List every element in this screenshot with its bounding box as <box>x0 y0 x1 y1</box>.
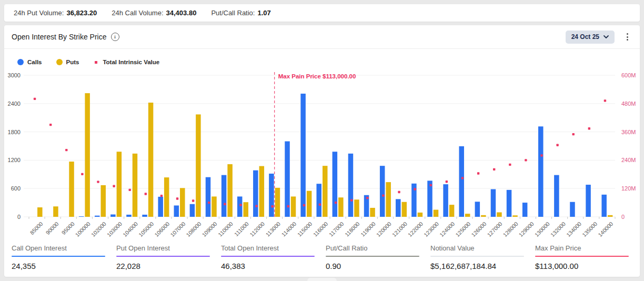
put-bar[interactable] <box>100 185 106 217</box>
call-bar[interactable] <box>570 202 575 217</box>
put-bar[interactable] <box>434 210 439 217</box>
legend-item-puts[interactable]: Puts <box>56 59 79 65</box>
intrinsic-value-dot[interactable] <box>477 172 479 174</box>
intrinsic-value-dot[interactable] <box>239 204 242 206</box>
call-bar[interactable] <box>586 185 591 217</box>
intrinsic-value-dot[interactable] <box>287 205 289 207</box>
intrinsic-value-dot[interactable] <box>540 154 542 156</box>
put-bar[interactable] <box>133 154 138 217</box>
call-bar[interactable] <box>396 199 401 217</box>
put-bar[interactable] <box>338 197 344 217</box>
put-bar[interactable] <box>418 213 423 217</box>
put-bar[interactable] <box>291 196 296 217</box>
call-bar[interactable] <box>507 190 512 217</box>
call-bar[interactable] <box>380 166 385 217</box>
call-bar[interactable] <box>522 203 528 217</box>
call-bar[interactable] <box>601 195 607 217</box>
call-bar[interactable] <box>158 197 163 217</box>
legend-item-total-intrinsic-value[interactable]: Total Intrinsic Value <box>93 59 159 65</box>
intrinsic-value-dot[interactable] <box>461 177 464 179</box>
call-bar[interactable] <box>142 215 147 217</box>
open-interest-by-strike-chart[interactable]: 060012001800240030000120M240M360M480M600… <box>4 70 640 239</box>
intrinsic-value-dot[interactable] <box>398 191 400 193</box>
put-bar[interactable] <box>164 177 169 217</box>
intrinsic-value-dot[interactable] <box>255 205 257 207</box>
call-bar[interactable] <box>237 196 243 217</box>
intrinsic-value-dot[interactable] <box>604 99 606 102</box>
intrinsic-value-dot[interactable] <box>493 168 495 170</box>
call-bar[interactable] <box>174 205 179 217</box>
put-bar[interactable] <box>402 202 407 217</box>
call-bar[interactable] <box>333 152 338 217</box>
put-bar[interactable] <box>354 199 359 217</box>
put-bar[interactable] <box>196 114 201 217</box>
intrinsic-value-dot[interactable] <box>430 184 432 186</box>
call-bar[interactable] <box>222 175 227 217</box>
intrinsic-value-dot[interactable] <box>303 204 305 206</box>
put-bar[interactable] <box>227 164 233 217</box>
intrinsic-value-dot[interactable] <box>525 159 527 161</box>
call-bar[interactable] <box>206 177 211 217</box>
call-bar[interactable] <box>459 146 464 217</box>
intrinsic-value-dot[interactable] <box>556 144 558 146</box>
put-bar[interactable] <box>259 166 265 217</box>
intrinsic-value-dot[interactable] <box>414 188 416 190</box>
call-bar[interactable] <box>317 184 322 217</box>
call-bar[interactable] <box>491 189 496 217</box>
intrinsic-value-dot[interactable] <box>588 127 590 129</box>
put-bar[interactable] <box>85 93 90 217</box>
call-bar[interactable] <box>79 216 84 217</box>
intrinsic-value-dot[interactable] <box>65 149 67 151</box>
put-bar[interactable] <box>69 162 74 217</box>
intrinsic-value-dot[interactable] <box>97 180 99 183</box>
put-bar[interactable] <box>212 196 217 217</box>
call-bar[interactable] <box>126 215 132 217</box>
put-bar[interactable] <box>386 182 391 217</box>
call-bar[interactable] <box>253 170 258 217</box>
put-bar[interactable] <box>323 166 328 217</box>
intrinsic-value-dot[interactable] <box>335 202 337 204</box>
intrinsic-value-dot[interactable] <box>145 193 147 195</box>
call-bar[interactable] <box>190 204 195 217</box>
intrinsic-value-dot[interactable] <box>208 202 210 204</box>
call-bar[interactable] <box>269 174 274 217</box>
intrinsic-value-dot[interactable] <box>113 185 115 187</box>
put-bar[interactable] <box>243 202 248 217</box>
put-bar[interactable] <box>275 188 280 217</box>
call-bar[interactable] <box>348 154 354 217</box>
call-bar[interactable] <box>538 126 543 217</box>
call-bar[interactable] <box>110 215 116 217</box>
info-icon[interactable]: i <box>111 33 119 41</box>
intrinsic-value-dot[interactable] <box>350 199 353 201</box>
put-bar[interactable] <box>608 215 613 217</box>
put-bar[interactable] <box>512 215 518 217</box>
put-bar[interactable] <box>465 214 470 217</box>
intrinsic-value-dot[interactable] <box>160 195 163 197</box>
intrinsic-value-dot[interactable] <box>129 189 131 191</box>
intrinsic-value-dot[interactable] <box>366 197 368 199</box>
call-bar[interactable] <box>475 202 480 217</box>
put-bar[interactable] <box>117 152 122 217</box>
kebab-menu-button[interactable] <box>623 31 631 43</box>
call-bar[interactable] <box>300 94 306 217</box>
intrinsic-value-dot[interactable] <box>81 173 83 175</box>
put-bar[interactable] <box>148 103 154 217</box>
intrinsic-value-dot[interactable] <box>446 180 448 183</box>
legend-item-calls[interactable]: Calls <box>17 59 42 65</box>
call-bar[interactable] <box>554 175 559 217</box>
put-bar[interactable] <box>370 208 375 217</box>
intrinsic-value-dot[interactable] <box>319 203 321 205</box>
intrinsic-value-dot[interactable] <box>382 194 384 196</box>
date-selector-button[interactable]: 24 Oct 25 <box>566 31 615 44</box>
call-bar[interactable] <box>443 184 448 217</box>
intrinsic-value-dot[interactable] <box>509 164 511 166</box>
put-bar[interactable] <box>37 207 43 217</box>
intrinsic-value-dot[interactable] <box>192 199 194 202</box>
put-bar[interactable] <box>449 205 455 217</box>
intrinsic-value-dot[interactable] <box>224 203 226 205</box>
intrinsic-value-dot[interactable] <box>271 205 273 207</box>
intrinsic-value-dot[interactable] <box>176 197 178 199</box>
call-bar[interactable] <box>95 216 100 217</box>
put-bar[interactable] <box>497 212 502 217</box>
intrinsic-value-dot[interactable] <box>49 124 52 126</box>
